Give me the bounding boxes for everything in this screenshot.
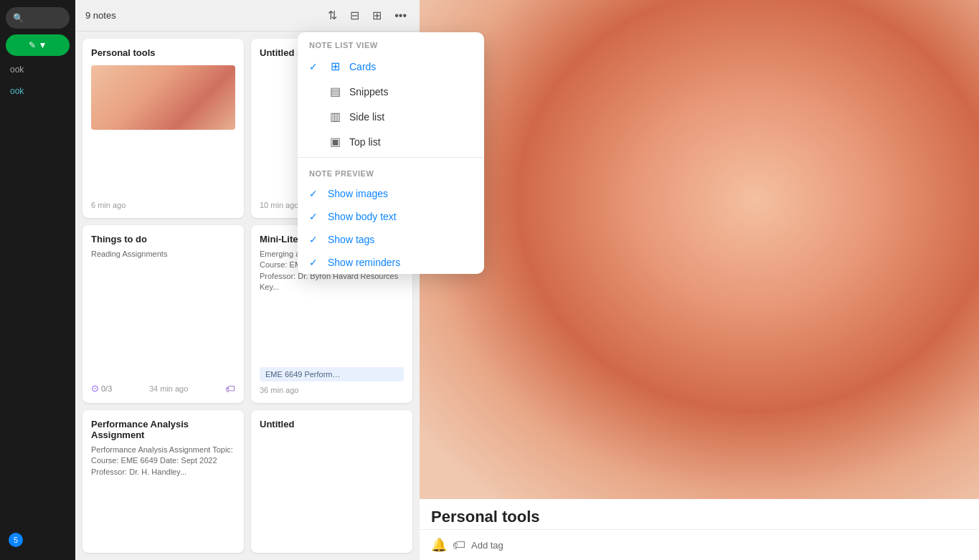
sidebar-badge: 5 [9, 533, 23, 547]
note-footer: 6 min ago [91, 201, 235, 209]
sidelist-icon: ▥ [328, 110, 342, 123]
search-icon: 🔍 [13, 13, 24, 23]
note-time: 36 min ago [260, 386, 298, 394]
checklist-count: 0/3 [101, 384, 112, 393]
note-preview-section-label: NOTE PREVIEW [298, 161, 484, 182]
sort-icon[interactable]: ⇅ [325, 7, 340, 24]
new-note-chevron: ▼ [39, 40, 47, 50]
dropdown-item-side-list[interactable]: ▥ Side list [298, 104, 484, 129]
side-list-label: Side list [349, 111, 384, 123]
dropdown-item-show-tags[interactable]: ✓ Show tags [298, 228, 484, 251]
tag-icon: 🏷 [225, 383, 235, 394]
note-card-personal-tools[interactable]: Personal tools 6 min ago [82, 39, 244, 218]
view-icon[interactable]: ⊞ [369, 7, 384, 24]
snippet-icon: ▤ [328, 85, 342, 98]
note-list-section-label: NOTE LIST VIEW [298, 32, 484, 54]
toplist-icon: ▣ [328, 135, 342, 148]
sidebar: 🔍 ✎ ▼ ook ook 5 [0, 0, 75, 560]
new-note-icon: ✎ [29, 40, 36, 50]
note-body: Performance Analysis Assignment Topic: C… [91, 445, 235, 544]
note-body: Reading Assignments [91, 249, 235, 379]
reminder-icon[interactable]: 🔔 [431, 537, 447, 553]
note-tag: EME 6649 Perform… [260, 367, 404, 381]
dropdown-item-top-list[interactable]: ▣ Top list [298, 129, 484, 154]
cards-label: Cards [349, 61, 376, 72]
tag-add-icon[interactable]: 🏷 [453, 538, 465, 553]
show-tags-label: Show tags [328, 234, 374, 245]
dropdown-item-show-images[interactable]: ✓ Show images [298, 182, 484, 205]
dropdown-item-cards[interactable]: ✓ ⊞ Cards [298, 54, 484, 79]
detail-title-area: Personal tools [420, 499, 979, 529]
check-icon-body: ✓ [309, 211, 321, 222]
filter-icon[interactable]: ⊟ [347, 7, 362, 24]
check-icon-reminders: ✓ [309, 257, 321, 268]
sidebar-search[interactable]: 🔍 [6, 7, 70, 29]
sidebar-item-notebook2[interactable]: ook [6, 83, 70, 99]
dropdown-item-show-body[interactable]: ✓ Show body text [298, 205, 484, 228]
detail-panel: Personal tools 🔔 🏷 Add tag [420, 0, 979, 560]
notes-count: 9 notes [85, 10, 318, 21]
check-icon-images: ✓ [309, 188, 321, 199]
dropdown-menu: NOTE LIST VIEW ✓ ⊞ Cards ▤ Snippets ▥ Si… [298, 32, 484, 274]
top-list-label: Top list [349, 136, 381, 148]
notes-header: 9 notes ⇅ ⊟ ⊞ ••• [75, 0, 420, 32]
note-card-untitled[interactable]: Untitled [251, 410, 412, 553]
new-note-button[interactable]: ✎ ▼ [6, 34, 70, 56]
note-title: Things to do [91, 234, 235, 245]
checklist-badge: ⊙ 0/3 [91, 383, 112, 394]
note-card-performance[interactable]: Performance Analysis Assignment Performa… [82, 410, 244, 553]
snippets-label: Snippets [349, 86, 388, 98]
note-time: 6 min ago [91, 201, 126, 209]
check-icon-tags: ✓ [309, 234, 321, 245]
show-images-label: Show images [328, 188, 388, 199]
note-title: Personal tools [91, 47, 235, 58]
note-title: Untitled [260, 419, 404, 430]
dropdown-item-show-reminders[interactable]: ✓ Show reminders [298, 251, 484, 274]
note-title: Performance Analysis Assignment [91, 419, 235, 440]
check-circle-icon: ⊙ [91, 383, 99, 394]
more-icon[interactable]: ••• [392, 8, 410, 24]
note-image [91, 65, 235, 130]
note-footer: 36 min ago [260, 386, 404, 394]
dropdown-item-snippets[interactable]: ▤ Snippets [298, 79, 484, 104]
detail-image [420, 0, 979, 499]
detail-bottom-bar: 🔔 🏷 Add tag [420, 529, 979, 560]
show-body-label: Show body text [328, 211, 397, 222]
show-reminders-label: Show reminders [328, 257, 400, 268]
note-card-things-to-do[interactable]: Things to do Reading Assignments ⊙ 0/3 3… [82, 225, 244, 403]
note-time: 10 min ago [260, 201, 298, 209]
add-tag-label[interactable]: Add tag [471, 540, 968, 551]
detail-title: Personal tools [431, 508, 968, 526]
grid-icon: ⊞ [328, 60, 342, 73]
note-footer: ⊙ 0/3 34 min ago 🏷 [91, 383, 235, 394]
check-icon-cards: ✓ [309, 61, 321, 72]
dropdown-divider [298, 157, 484, 158]
sidebar-item-notebook1[interactable]: ook [6, 62, 70, 77]
note-time: 34 min ago [149, 384, 188, 393]
